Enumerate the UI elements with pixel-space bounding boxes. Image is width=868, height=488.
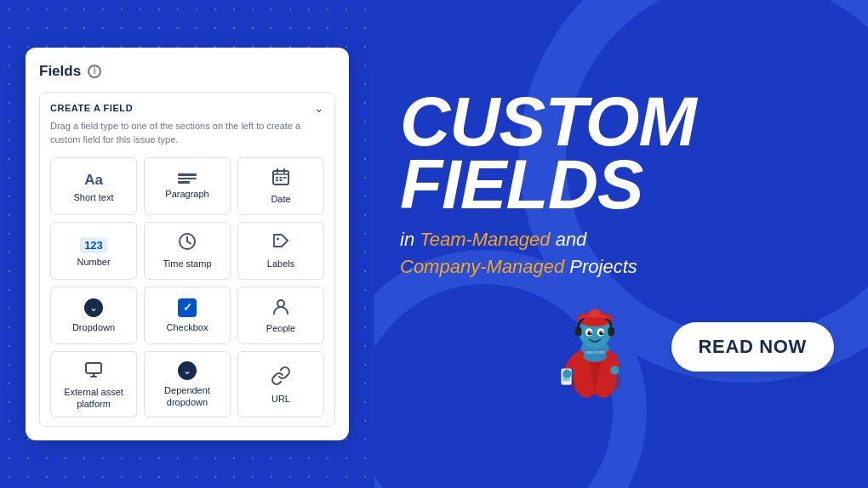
field-label-short-text: Short text xyxy=(73,191,113,203)
create-label: CREATE A FIELD xyxy=(50,103,133,113)
date-icon xyxy=(271,167,290,189)
subheadline-prefix: in xyxy=(400,229,420,250)
info-icon[interactable]: i xyxy=(88,65,101,78)
field-item-url[interactable]: URL xyxy=(237,351,324,418)
bottom-row: JIRA GURU READ NOW xyxy=(400,296,834,398)
field-item-number[interactable]: 123 Number xyxy=(50,222,137,280)
field-label-date: Date xyxy=(271,193,290,205)
field-label-checkbox: Checkbox xyxy=(167,321,208,333)
svg-line-11 xyxy=(187,241,191,244)
svg-point-27 xyxy=(590,332,591,333)
create-description: Drag a field type to one of the sections… xyxy=(50,120,324,147)
headline-fields: FIELDS xyxy=(400,153,834,216)
number-icon: 123 xyxy=(80,235,107,252)
field-label-dependent-dropdown: Dependent dropdown xyxy=(150,384,225,409)
chevron-down-icon: ⌄ xyxy=(314,101,324,115)
headline-custom: CUSTOM xyxy=(400,90,834,153)
svg-text:JIRA GURU: JIRA GURU xyxy=(585,349,604,354)
svg-rect-14 xyxy=(86,363,101,373)
field-label-timestamp: Time stamp xyxy=(163,258,211,270)
mascot: JIRA GURU xyxy=(544,296,646,398)
field-item-dependent-dropdown[interactable]: ⌄ Dependent dropdown xyxy=(144,351,231,418)
read-now-button[interactable]: READ NOW xyxy=(671,322,835,372)
right-panel: CUSTOM FIELDS in Team-Managed andCompany… xyxy=(374,0,868,488)
field-item-date[interactable]: Date xyxy=(237,157,324,215)
url-icon xyxy=(271,366,291,389)
field-item-dropdown[interactable]: ⌄ Dropdown xyxy=(50,287,137,344)
company-managed-text: Company-Managed xyxy=(400,256,564,277)
svg-point-12 xyxy=(277,238,279,241)
svg-rect-4 xyxy=(276,177,278,179)
svg-rect-6 xyxy=(283,177,286,179)
checkbox-icon: ✓ xyxy=(178,298,197,317)
subheadline-suffix: Projects xyxy=(564,256,637,277)
left-panel: Fields i CREATE A FIELD ⌄ Drag a field t… xyxy=(0,0,374,488)
create-section: CREATE A FIELD ⌄ Drag a field type to on… xyxy=(39,92,335,427)
short-text-icon: Aa xyxy=(84,170,103,187)
fields-card: Fields i CREATE A FIELD ⌄ Drag a field t… xyxy=(26,48,349,440)
field-label-people: People xyxy=(266,322,295,334)
svg-point-22 xyxy=(589,309,601,317)
headline: CUSTOM FIELDS xyxy=(400,90,834,216)
field-item-short-text[interactable]: Aa Short text xyxy=(50,157,137,215)
field-item-checkbox[interactable]: ✓ Checkbox xyxy=(144,287,231,344)
dropdown-icon: ⌄ xyxy=(84,298,103,317)
svg-rect-7 xyxy=(276,179,278,181)
field-item-timestamp[interactable]: Time stamp xyxy=(144,222,231,280)
field-item-paragraph[interactable]: Paragraph xyxy=(144,157,231,215)
svg-point-34 xyxy=(610,366,619,374)
paragraph-icon xyxy=(178,173,197,184)
svg-rect-29 xyxy=(574,327,581,336)
subheadline: in Team-Managed andCompany-Managed Proje… xyxy=(400,226,637,281)
subheadline-middle: and xyxy=(551,229,587,250)
fields-header: Fields i xyxy=(39,63,335,80)
clock-icon xyxy=(178,232,197,253)
fields-title: Fields xyxy=(39,63,81,80)
field-item-external-asset[interactable]: External asset platform xyxy=(50,351,137,418)
svg-point-25 xyxy=(587,331,591,335)
svg-rect-8 xyxy=(280,179,283,181)
svg-point-28 xyxy=(601,332,602,333)
team-managed-text: Team-Managed xyxy=(420,229,550,250)
field-item-labels[interactable]: Labels xyxy=(237,222,324,280)
field-label-url: URL xyxy=(271,393,290,405)
field-label-external-asset: External asset platform xyxy=(56,386,131,411)
svg-rect-30 xyxy=(608,327,614,336)
field-label-paragraph: Paragraph xyxy=(165,188,208,200)
field-label-number: Number xyxy=(77,256,110,268)
field-label-labels: Labels xyxy=(267,258,294,270)
monitor-icon xyxy=(84,360,103,382)
svg-point-13 xyxy=(277,300,284,307)
svg-point-33 xyxy=(562,369,571,377)
field-item-people[interactable]: People xyxy=(237,287,324,344)
svg-rect-5 xyxy=(280,177,283,179)
fields-grid: Aa Short text Paragraph xyxy=(50,157,324,418)
people-icon xyxy=(271,297,290,318)
labels-icon xyxy=(271,232,290,253)
dependent-dropdown-icon: ⌄ xyxy=(178,361,197,380)
field-label-dropdown: Dropdown xyxy=(72,321,115,333)
svg-point-26 xyxy=(599,331,603,335)
create-header: CREATE A FIELD ⌄ xyxy=(50,101,324,115)
